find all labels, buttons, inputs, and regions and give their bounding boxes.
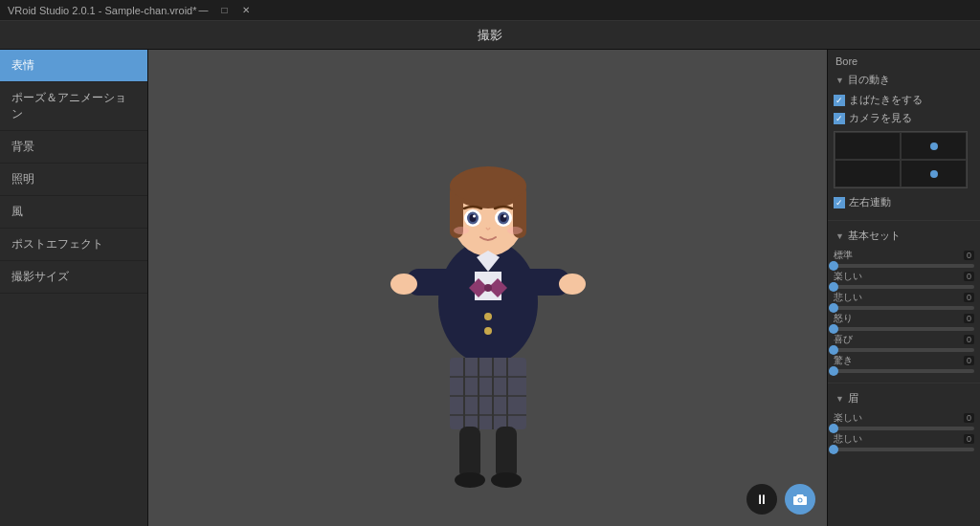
slider-yorokobi-val: 0: [964, 335, 974, 344]
header: 撮影: [0, 21, 980, 50]
eyebrow-section-header[interactable]: ▼ 眉: [828, 387, 980, 409]
sidebar: 表情 ポーズ＆アニメーション 背景 照明 風 ポストエフェクト 撮影サイズ: [0, 50, 148, 526]
slider-kanashii: 悲しい 0: [834, 291, 974, 310]
pause-button[interactable]: ⏸: [746, 484, 777, 515]
slider-brow-kanashii: 悲しい 0: [834, 432, 974, 451]
slider-okori-label: 怒り: [834, 312, 853, 325]
slider-brow-ureshii-val: 0: [964, 413, 974, 423]
sync-label: 左右連動: [849, 195, 891, 209]
slider-okori-thumb: [829, 324, 838, 334]
chevron-down-icon-3: ▼: [835, 394, 844, 404]
eye-grid-br: [901, 160, 967, 187]
svg-point-8: [484, 284, 492, 292]
slider-brow-kanashii-label: 悲しい: [834, 432, 862, 446]
close-button[interactable]: ✕: [239, 4, 253, 17]
svg-point-21: [455, 472, 485, 488]
eye-grid-tr: [901, 132, 967, 160]
basic-section-header[interactable]: ▼ 基本セット: [828, 225, 980, 247]
slider-yorokobi-thumb: [829, 345, 838, 355]
svg-rect-19: [459, 427, 480, 479]
viewport: ⏸: [148, 50, 827, 526]
eyebrow-section-title: 眉: [848, 391, 858, 405]
svg-point-35: [473, 215, 476, 218]
eye-grid[interactable]: [834, 131, 968, 188]
slider-ureshii-val: 0: [964, 272, 974, 281]
slider-ureshii-label: 楽しい: [834, 270, 862, 283]
title-bar-controls: — □ ✕: [197, 4, 253, 17]
slider-yorokobi: 喜び 0: [834, 333, 974, 352]
sidebar-item-shotsize[interactable]: 撮影サイズ: [0, 261, 147, 294]
right-panel: Bore ▼ 目の動き まばたきをする カメラを見る: [827, 50, 980, 526]
slider-kanashii-track[interactable]: [834, 306, 974, 310]
slider-ureshii-track[interactable]: [834, 285, 974, 289]
slider-brow-kanashii-track[interactable]: [834, 448, 974, 451]
sync-row: 左右連動: [834, 192, 974, 212]
sidebar-item-lighting[interactable]: 照明: [0, 164, 147, 196]
chevron-down-icon-2: ▼: [835, 231, 844, 241]
slider-okori-track[interactable]: [834, 327, 974, 331]
lookcam-checkbox[interactable]: [834, 113, 845, 124]
lookcam-checkbox-row: カメラを見る: [834, 109, 974, 127]
slider-odoroki-thumb: [829, 366, 838, 376]
svg-point-22: [491, 472, 522, 488]
slider-okori-val: 0: [964, 314, 974, 323]
basic-section-content: 標準 0 楽しい 0: [828, 249, 980, 379]
slider-yorokobi-track[interactable]: [834, 348, 974, 352]
eye-section: ▼ 目の動き まばたきをする カメラを見る: [828, 69, 980, 216]
lookcam-label: カメラを見る: [849, 111, 912, 125]
slider-odoroki-label: 驚き: [834, 354, 853, 367]
main-layout: 表情 ポーズ＆アニメーション 背景 照明 風 ポストエフェクト 撮影サイズ: [0, 50, 980, 526]
sidebar-item-background[interactable]: 背景: [0, 131, 147, 164]
slider-ureshii-thumb: [829, 282, 838, 292]
svg-rect-11: [450, 358, 526, 429]
slider-brow-kanashii-thumb: [829, 445, 838, 454]
eye-section-header[interactable]: ▼ 目の動き: [828, 69, 980, 91]
eyebrow-section-content: 楽しい 0 悲しい 0: [828, 411, 980, 457]
slider-brow-ureshii-track[interactable]: [834, 427, 974, 430]
slider-odoroki-val: 0: [964, 356, 974, 365]
slider-brow-ureshii-label: 楽しい: [834, 411, 862, 425]
svg-point-10: [484, 327, 492, 335]
maximize-button[interactable]: □: [218, 4, 232, 17]
svg-point-41: [799, 499, 802, 502]
header-title: 撮影: [478, 27, 502, 44]
slider-hyoujun-label: 標準: [834, 249, 853, 262]
slider-kanashii-val: 0: [964, 293, 974, 302]
svg-point-38: [507, 227, 523, 234]
svg-point-36: [503, 215, 506, 218]
character-area: [354, 82, 622, 493]
slider-kanashii-label: 悲しい: [834, 291, 862, 304]
slider-odoroki-track[interactable]: [834, 369, 974, 373]
eye-grid-tl: [835, 132, 901, 160]
eye-dot-tr: [930, 142, 938, 150]
bore-label: Bore: [828, 54, 980, 69]
eye-section-content: まばたきをする カメラを見る: [828, 91, 980, 216]
sidebar-item-posteffect[interactable]: ポストエフェクト: [0, 229, 147, 261]
basic-section: ▼ 基本セット 標準 0 楽しい 0: [828, 225, 980, 379]
blink-checkbox[interactable]: [834, 95, 845, 106]
slider-ureshii: 楽しい 0: [834, 270, 974, 289]
sync-checkbox[interactable]: [834, 197, 845, 208]
slider-okori: 怒り 0: [834, 312, 974, 331]
basic-section-title: 基本セット: [848, 229, 901, 243]
svg-point-9: [484, 313, 492, 320]
svg-point-4: [559, 274, 586, 295]
sidebar-item-pose[interactable]: ポーズ＆アニメーション: [0, 82, 147, 131]
slider-odoroki: 驚き 0: [834, 354, 974, 373]
blink-label: まばたきをする: [849, 93, 923, 107]
app-title: VRoid Studio 2.0.1 - Sample-chan.vroid*: [8, 5, 197, 16]
camera-button[interactable]: [785, 484, 815, 515]
chevron-down-icon: ▼: [835, 76, 844, 85]
slider-brow-ureshii-thumb: [829, 424, 838, 433]
sidebar-item-wind[interactable]: 風: [0, 196, 147, 229]
slider-hyoujun-track[interactable]: [834, 264, 974, 268]
sidebar-item-hyojo[interactable]: 表情: [0, 50, 147, 82]
divider-2: [828, 383, 980, 384]
eye-section-title: 目の動き: [848, 73, 890, 87]
divider-1: [828, 220, 980, 221]
minimize-button[interactable]: —: [197, 4, 211, 17]
eyebrow-section: ▼ 眉 楽しい 0 悲しい 0: [828, 387, 980, 457]
svg-point-28: [450, 168, 526, 203]
eye-dot-br: [930, 170, 938, 178]
eye-grid-bl: [835, 160, 901, 187]
